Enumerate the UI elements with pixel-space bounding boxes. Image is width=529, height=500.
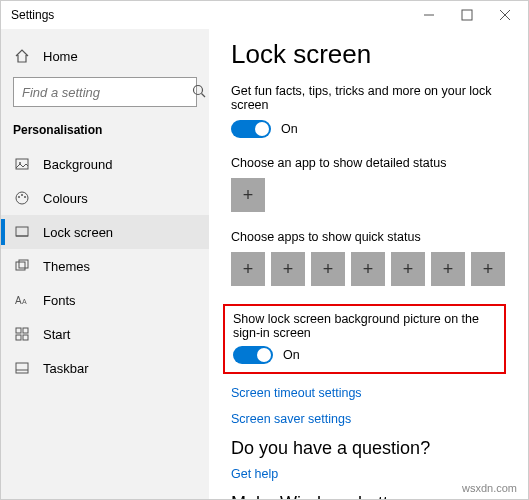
search-input[interactable]: [13, 77, 197, 107]
sidebar-item-fonts[interactable]: AA Fonts: [1, 283, 209, 317]
sidebar-item-start[interactable]: Start: [1, 317, 209, 351]
maximize-button[interactable]: [448, 1, 486, 29]
plus-icon: +: [403, 259, 414, 280]
plus-icon: +: [363, 259, 374, 280]
screen-saver-link[interactable]: Screen saver settings: [231, 412, 506, 426]
signin-bg-state: On: [283, 348, 300, 362]
search-icon: [191, 83, 207, 102]
close-button[interactable]: [486, 1, 524, 29]
plus-icon: +: [283, 259, 294, 280]
home-label: Home: [43, 49, 78, 64]
sidebar-item-label: Background: [43, 157, 112, 172]
plus-icon: +: [243, 185, 254, 206]
plus-icon: +: [323, 259, 334, 280]
search-field[interactable]: [22, 85, 191, 100]
svg-rect-14: [16, 262, 25, 270]
svg-point-11: [24, 196, 26, 198]
quick-status-label: Choose apps to show quick status: [231, 230, 506, 244]
page-title: Lock screen: [231, 39, 506, 70]
svg-point-10: [21, 194, 23, 196]
main-content: Lock screen Get fun facts, tips, tricks …: [209, 29, 528, 499]
watermark: wsxdn.com: [462, 482, 517, 494]
sidebar-item-label: Start: [43, 327, 70, 342]
sidebar-item-themes[interactable]: Themes: [1, 249, 209, 283]
highlighted-region: Show lock screen background picture on t…: [223, 304, 506, 374]
window-title: Settings: [5, 8, 410, 22]
themes-icon: [13, 258, 31, 274]
svg-point-4: [194, 85, 203, 94]
svg-rect-21: [23, 335, 28, 340]
sidebar-item-colours[interactable]: Colours: [1, 181, 209, 215]
svg-point-9: [18, 196, 20, 198]
lock-icon: [13, 224, 31, 240]
sidebar-item-label: Lock screen: [43, 225, 113, 240]
svg-line-5: [202, 93, 206, 97]
fun-facts-label: Get fun facts, tips, tricks and more on …: [231, 84, 506, 112]
sidebar-item-background[interactable]: Background: [1, 147, 209, 181]
detailed-status-label: Choose an app to show detailed status: [231, 156, 506, 170]
minimize-button[interactable]: [410, 1, 448, 29]
taskbar-icon: [13, 360, 31, 376]
svg-rect-19: [23, 328, 28, 333]
fun-facts-state: On: [281, 122, 298, 136]
add-quick-app-button[interactable]: +: [471, 252, 505, 286]
start-icon: [13, 326, 31, 342]
get-help-link[interactable]: Get help: [231, 467, 506, 481]
add-quick-app-button[interactable]: +: [311, 252, 345, 286]
sidebar-item-label: Colours: [43, 191, 88, 206]
sidebar-item-lockscreen[interactable]: Lock screen: [1, 215, 209, 249]
signin-bg-toggle[interactable]: [233, 346, 273, 364]
plus-icon: +: [443, 259, 454, 280]
svg-text:A: A: [15, 295, 22, 306]
plus-icon: +: [243, 259, 254, 280]
svg-rect-20: [16, 335, 21, 340]
svg-rect-12: [16, 227, 28, 236]
question-heading: Do you have a question?: [231, 438, 506, 459]
palette-icon: [13, 190, 31, 206]
sidebar-item-label: Taskbar: [43, 361, 89, 376]
add-quick-app-button[interactable]: +: [391, 252, 425, 286]
svg-point-8: [16, 192, 28, 204]
screen-timeout-link[interactable]: Screen timeout settings: [231, 386, 506, 400]
picture-icon: [13, 156, 31, 172]
titlebar: Settings: [1, 1, 528, 29]
fonts-icon: AA: [13, 292, 31, 308]
signin-bg-label: Show lock screen background picture on t…: [233, 312, 496, 340]
category-heading: Personalisation: [1, 117, 209, 147]
svg-rect-18: [16, 328, 21, 333]
plus-icon: +: [483, 259, 494, 280]
add-quick-app-button[interactable]: +: [431, 252, 465, 286]
sidebar-item-label: Themes: [43, 259, 90, 274]
svg-text:A: A: [22, 298, 27, 305]
svg-rect-22: [16, 363, 28, 373]
sidebar-item-taskbar[interactable]: Taskbar: [1, 351, 209, 385]
add-quick-app-button[interactable]: +: [351, 252, 385, 286]
home-nav[interactable]: Home: [1, 39, 209, 73]
add-quick-app-button[interactable]: +: [231, 252, 265, 286]
svg-rect-1: [462, 10, 472, 20]
sidebar: Home Personalisation Background Colours …: [1, 29, 209, 499]
sidebar-item-label: Fonts: [43, 293, 76, 308]
home-icon: [13, 48, 31, 64]
fun-facts-toggle[interactable]: [231, 120, 271, 138]
svg-rect-15: [19, 260, 28, 268]
add-detailed-app-button[interactable]: +: [231, 178, 265, 212]
add-quick-app-button[interactable]: +: [271, 252, 305, 286]
